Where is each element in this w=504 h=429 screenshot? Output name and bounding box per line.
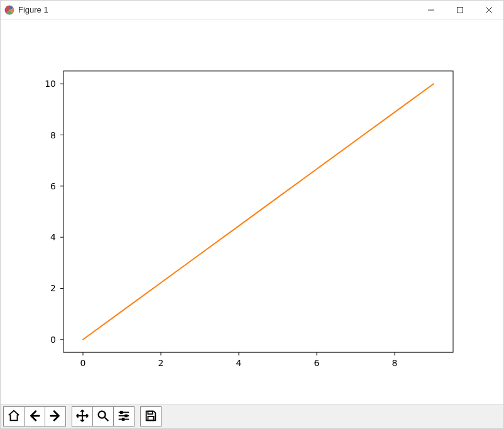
pan-button[interactable]	[72, 406, 93, 426]
ytick-label: 0	[50, 335, 56, 345]
svg-point-5	[99, 411, 106, 418]
svg-line-6	[105, 417, 109, 421]
xtick-label: 4	[236, 358, 242, 368]
svg-rect-11	[125, 415, 128, 417]
forward-button[interactable]	[45, 406, 66, 426]
figure-window: Figure 1 024680246810	[0, 0, 504, 429]
maximize-button[interactable]	[446, 1, 474, 19]
ytick-label: 2	[50, 283, 56, 293]
sliders-icon	[117, 409, 131, 425]
svg-rect-14	[148, 416, 153, 420]
back-button[interactable]	[24, 406, 45, 426]
toolbar-separator	[65, 406, 72, 426]
xtick-label: 6	[314, 358, 320, 368]
home-button[interactable]	[3, 406, 25, 426]
matplotlib-icon	[4, 5, 14, 15]
ytick-label: 8	[50, 130, 56, 140]
xtick-label: 0	[80, 358, 86, 368]
save-icon	[144, 409, 158, 425]
ytick-label: 4	[50, 232, 56, 242]
line-series	[83, 84, 434, 340]
svg-rect-12	[122, 418, 124, 420]
ytick-label: 10	[45, 79, 56, 89]
move-icon	[75, 409, 89, 425]
arrow-right-icon	[48, 409, 62, 425]
window-controls	[417, 1, 503, 19]
svg-rect-2	[457, 7, 463, 13]
toolbar-separator	[134, 406, 140, 426]
ytick-label: 6	[50, 181, 56, 191]
arrow-left-icon	[28, 409, 41, 425]
titlebar: Figure 1	[1, 1, 503, 20]
svg-rect-10	[121, 411, 123, 413]
home-icon	[7, 409, 21, 425]
magnifier-icon	[96, 409, 110, 425]
zoom-button[interactable]	[92, 406, 114, 426]
plot-canvas[interactable]: 024680246810	[1, 20, 503, 404]
save-button[interactable]	[140, 406, 162, 426]
titlebar-left: Figure 1	[4, 5, 48, 15]
xtick-label: 2	[158, 358, 164, 368]
minimize-button[interactable]	[417, 1, 446, 19]
configure-button[interactable]	[113, 406, 134, 426]
close-button[interactable]	[474, 1, 503, 19]
svg-rect-13	[148, 411, 152, 414]
window-title: Figure 1	[18, 5, 48, 14]
xtick-label: 8	[392, 358, 398, 368]
matplotlib-toolbar	[1, 404, 503, 428]
